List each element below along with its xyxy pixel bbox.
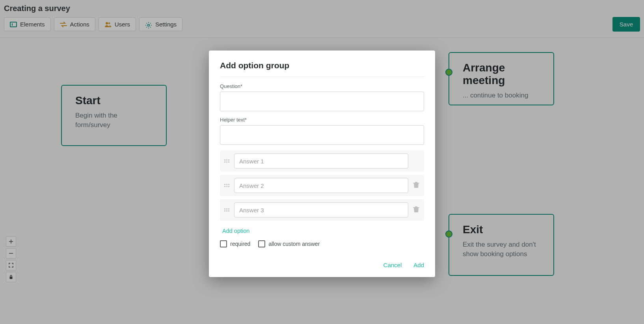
answer-input[interactable] bbox=[234, 178, 408, 193]
add-option-link[interactable]: Add option bbox=[222, 228, 249, 234]
trash-icon[interactable] bbox=[413, 206, 420, 214]
answer-input[interactable] bbox=[234, 154, 408, 169]
checkbox-label: required bbox=[230, 241, 250, 247]
helper-text-input[interactable] bbox=[220, 125, 424, 145]
question-label: Question* bbox=[220, 83, 424, 89]
question-input[interactable] bbox=[220, 92, 424, 111]
modal-overlay[interactable]: Add option group Question* Helper text* … bbox=[0, 0, 644, 324]
add-button[interactable]: Add bbox=[413, 262, 424, 268]
checkbox-label: allow custom answer bbox=[268, 241, 320, 247]
cancel-button[interactable]: Cancel bbox=[383, 262, 402, 268]
answer-row bbox=[220, 150, 424, 172]
drag-handle-icon[interactable] bbox=[224, 208, 229, 212]
modal-title: Add option group bbox=[220, 61, 424, 77]
answer-row bbox=[220, 175, 424, 196]
drag-handle-icon[interactable] bbox=[224, 159, 229, 163]
answer-input[interactable] bbox=[234, 202, 408, 217]
checkbox-icon bbox=[220, 240, 227, 247]
helper-text-label: Helper text* bbox=[220, 117, 424, 123]
answer-row bbox=[220, 199, 424, 221]
allow-custom-checkbox[interactable]: allow custom answer bbox=[258, 240, 320, 247]
checkbox-row: required allow custom answer bbox=[220, 240, 424, 247]
checkbox-icon bbox=[258, 240, 265, 247]
modal-actions: Cancel Add bbox=[220, 262, 424, 268]
drag-handle-icon[interactable] bbox=[224, 184, 229, 187]
trash-icon[interactable] bbox=[413, 181, 420, 190]
required-checkbox[interactable]: required bbox=[220, 240, 250, 247]
add-option-group-modal: Add option group Question* Helper text* … bbox=[209, 51, 435, 277]
